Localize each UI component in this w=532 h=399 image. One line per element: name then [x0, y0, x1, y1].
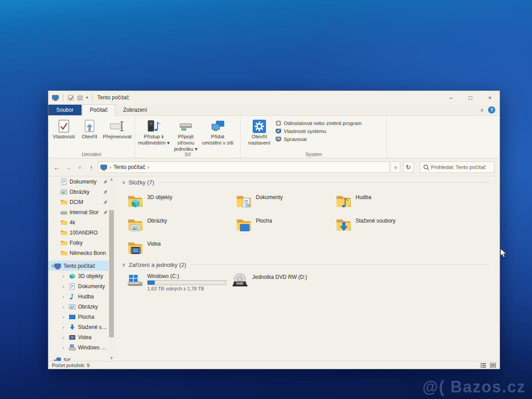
open-button[interactable]: Otevřít	[77, 117, 102, 140]
tab-zobrazeni[interactable]: Zobrazení	[116, 105, 154, 115]
minimize-button[interactable]: –	[441, 91, 461, 104]
sidebar-item-dcim[interactable]: DCIM	[48, 197, 115, 207]
tab-soubor[interactable]: Soubor	[48, 105, 82, 115]
breadcrumb-computer-icon	[100, 164, 107, 171]
pin-icon	[102, 199, 107, 204]
sidebar-item-4k[interactable]: 4k	[48, 217, 115, 227]
properties-button[interactable]: Vlastnosti	[51, 117, 77, 140]
tree-expanded-icon[interactable]: ∨	[50, 263, 55, 269]
sidebar-item-dokumenty[interactable]: › Dokumenty	[48, 281, 115, 291]
ribbon-group-label: Umístění	[48, 152, 135, 157]
sidebar-item-internal-storage[interactable]: Internal Stor	[48, 207, 115, 217]
sidebar-item-hudba[interactable]: › Hudba	[48, 291, 115, 301]
tree-collapsed-icon[interactable]: ›	[61, 345, 66, 350]
sidebar-item-3d-objekty[interactable]: › 3D objekty	[48, 271, 115, 281]
drive-tile-dvd[interactable]: DVD Jednotka DVD RW (D:)	[231, 272, 307, 290]
ribbon-collapse-icon[interactable]: ∧	[480, 107, 484, 113]
folder-tile-3d-objekty[interactable]: 3D objekty	[126, 192, 227, 213]
section-chevron-icon[interactable]: ∨	[122, 180, 125, 185]
file-explorer-window: ▾ Tento počítač – □ × Soubor Počítač Zob…	[48, 90, 500, 369]
rename-button[interactable]: Přejmenovat	[102, 117, 132, 140]
scroll-up-icon[interactable]: ∧	[110, 176, 113, 183]
chevron-right-icon[interactable]: ›	[110, 164, 111, 170]
search-input[interactable]	[431, 164, 491, 170]
tree-collapsed-icon[interactable]: ›	[61, 325, 66, 330]
chevron-right-icon[interactable]: ›	[147, 164, 149, 170]
tree-collapsed-icon[interactable]: ›	[61, 304, 66, 309]
tree-collapsed-icon[interactable]: ›	[61, 314, 66, 320]
new-folder-qat-icon[interactable]	[77, 94, 83, 101]
folder-tile-obrazky[interactable]: Obrázky	[126, 216, 227, 236]
map-network-drive-button[interactable]: Připojit síťovou jednotku ▾	[170, 117, 202, 152]
tree-collapsed-icon[interactable]: ›	[50, 358, 55, 361]
address-dropdown-icon[interactable]: ∨	[391, 161, 400, 173]
scrollbar-track[interactable]	[108, 183, 115, 355]
close-button[interactable]: ×	[480, 91, 500, 104]
ribbon: Vlastnosti Otevřít Přejmenovat Umístění …	[48, 116, 500, 158]
search-box[interactable]	[420, 161, 494, 173]
section-header-folders[interactable]: ∨ Složky (7)	[122, 179, 489, 186]
sidebar-item-obrazky-pinned[interactable]: Obrázky	[48, 187, 115, 197]
folder-tile-dokumenty[interactable]: Dokumenty	[235, 192, 336, 213]
mouse-cursor	[500, 248, 507, 259]
folder-tile-plocha[interactable]: Plocha	[235, 216, 336, 236]
system-properties-button[interactable]: Vlastnosti systému	[275, 128, 362, 134]
tab-pocitac[interactable]: Počítač	[82, 104, 115, 116]
media-access-button[interactable]: Přístup k multimédiím ▾	[138, 117, 170, 146]
3d-objects-icon	[69, 273, 76, 280]
uninstall-program-button[interactable]: Odinstalovat nebo změnit program	[275, 120, 362, 126]
pin-icon	[102, 209, 107, 215]
sidebar-item-100andro[interactable]: 100ANDRO	[48, 227, 115, 238]
sidebar-item-fotky[interactable]: Fotky	[48, 238, 115, 248]
drive-name: Jednotka DVD RW (D:)	[252, 272, 307, 290]
sidebar-item-stazene-soubory[interactable]: › Stažené soubory	[48, 322, 115, 332]
manage-button[interactable]: Spravovat	[275, 136, 362, 142]
add-network-location-button[interactable]: Přidat umístění v síti	[202, 117, 234, 146]
section-header-devices[interactable]: ∨ Zařízení a jednotky (2)	[122, 262, 489, 268]
drive-tile-windows-c[interactable]: Windows (C:) 1,63 TB volných z 1,78 TB	[126, 272, 228, 291]
help-icon[interactable]: ?	[488, 106, 495, 113]
photo-watermark: @( Bazos.cz	[422, 378, 526, 396]
recent-locations-icon[interactable]: ∨	[75, 162, 85, 172]
sidebar-item-nemecko-bonn[interactable]: Německo Bonn	[48, 248, 115, 258]
refresh-icon[interactable]: ↻	[403, 161, 414, 173]
sidebar-item-sit[interactable]: › Síť	[48, 355, 115, 361]
folder-icon	[60, 219, 67, 226]
qat-dropdown-icon[interactable]: ▾	[86, 95, 88, 100]
tree-collapsed-icon[interactable]: ›	[61, 274, 66, 279]
address-bar[interactable]: › Tento počítač ›	[98, 161, 390, 173]
folder-tile-stazene-soubory[interactable]: Stažené soubory	[334, 216, 435, 236]
maximize-button[interactable]: □	[461, 91, 480, 104]
section-chevron-icon[interactable]: ∨	[122, 262, 125, 268]
open-settings-button[interactable]: Otevřít nastavení	[243, 117, 275, 146]
explorer-app-icon	[52, 94, 59, 101]
pictures-icon	[60, 188, 67, 196]
desktop-folder-icon	[235, 216, 252, 234]
sidebar-item-plocha[interactable]: › Plocha	[48, 312, 115, 322]
network-location-icon	[211, 119, 225, 134]
sidebar-scrollbar[interactable]: ∧ ∨	[108, 176, 115, 361]
up-icon[interactable]: ↑	[86, 162, 96, 172]
scrollbar-thumb[interactable]	[109, 210, 114, 337]
folder-tile-hudba[interactable]: Hudba	[334, 192, 435, 213]
sidebar-item-windows-c[interactable]: › Windows (C:)	[48, 342, 115, 352]
downloads-icon	[69, 324, 76, 331]
back-icon[interactable]: ←	[52, 162, 62, 172]
tree-collapsed-icon[interactable]: ›	[61, 335, 66, 340]
tree-collapsed-icon[interactable]: ›	[61, 294, 66, 299]
sidebar-item-dokumenty-pinned[interactable]: Dokumenty	[48, 176, 115, 187]
sidebar-item-videa[interactable]: › Videa	[48, 332, 115, 342]
navigation-pane: Dokumenty Obrázky DCIM Internal Stor	[48, 176, 115, 361]
sidebar-item-obrazky[interactable]: › Obrázky	[48, 301, 115, 312]
forward-icon[interactable]: →	[63, 162, 73, 172]
tree-collapsed-icon[interactable]: ›	[61, 284, 66, 289]
properties-qat-icon[interactable]	[67, 94, 74, 101]
details-view-icon[interactable]	[480, 362, 486, 368]
large-icons-view-icon[interactable]	[490, 362, 496, 368]
documents-folder-icon	[235, 192, 252, 210]
scroll-down-icon[interactable]: ∨	[110, 355, 113, 361]
capacity-bar-fill	[148, 281, 155, 285]
folder-tile-videa[interactable]: Videa	[126, 239, 227, 259]
breadcrumb[interactable]: Tento počítač	[113, 164, 145, 170]
sidebar-item-tento-pocitac[interactable]: ∨ Tento počítač	[48, 261, 115, 271]
